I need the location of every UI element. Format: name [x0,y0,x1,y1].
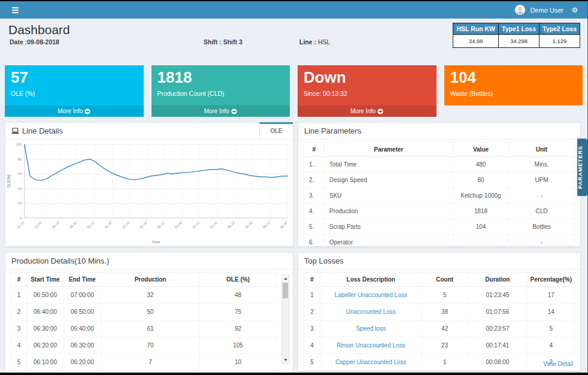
table-cell: Ketchup 1000g [453,188,509,204]
more-info-link[interactable]: More Info [151,105,290,117]
scroll-up-button[interactable] [282,275,289,282]
column-header: Parameter [325,143,453,157]
table-cell: 4 [304,337,320,354]
loss-description-link[interactable]: Rinser Unaccounted Loss [337,342,405,349]
table-cell: 07:00:00 [64,287,101,304]
svg-text:40: 40 [18,186,23,190]
table-cell: 48 [200,287,277,304]
table-cell: 06:20:00 [64,354,101,371]
laptop-icon [11,128,19,134]
table-cell: UPM [509,173,575,188]
table-row: 5.Scrap Parts104Bottles [304,219,575,235]
table-cell: 23 [422,337,468,354]
loss-description-link[interactable]: Labeller Unaccounted Loss [335,292,407,298]
kpi-value: 1818 [157,69,284,86]
hamburger-menu-icon[interactable] [0,1,23,19]
more-info-label: More Info [350,108,375,114]
table-cell: 6. [304,235,325,250]
person-icon [515,5,525,15]
user-menu[interactable]: Demo User [530,7,563,14]
ole-line-chart: 23:1023:4000:1000:4001:1001:4002:1002:40… [5,140,293,245]
column-header: End Time [64,273,101,287]
table-cell: 75 [200,304,277,320]
column-header: # [304,143,325,157]
table-scrollbar[interactable] [281,274,289,364]
table-cell: 00:23:57 [468,320,528,337]
table-row: 406:20:0006:30:0070105 [11,337,277,354]
user-avatar [515,5,525,15]
tab-ole[interactable]: OLE [259,122,293,138]
loss-description-link[interactable]: Speed loss [356,325,386,332]
table-cell: Scrap Parts [325,219,453,235]
svg-text:00:40: 00:40 [69,221,78,229]
table-cell: 480 [453,157,509,173]
svg-text:80: 80 [18,157,23,161]
table-cell[interactable]: Unaccounted Loss [320,304,422,320]
svg-text:05:40: 05:40 [244,221,253,229]
table-cell: CLD [509,204,575,219]
table-cell: 06:10:00 [27,354,64,371]
settings-gear-icon[interactable]: ⚙ [568,6,581,14]
column-header: OLE (%) [200,273,277,287]
production-details-header: Production Details(10 Mins.) [5,253,293,270]
line-parameters-title: Line Parameters [304,126,361,135]
parameters-side-tab[interactable]: PARAMETERS [577,138,587,196]
table-cell: 70 [101,337,200,354]
svg-text:00:10: 00:10 [51,221,60,229]
table-row: 506:10:0006:20:00710 [11,354,277,371]
loss-description-link[interactable]: Unaccounted Loss [346,309,396,315]
scroll-down-button[interactable] [282,356,289,364]
shift-value: Shift 3 [223,38,243,46]
scroll-thumb[interactable] [283,283,288,298]
svg-text:03:10: 03:10 [156,221,165,229]
kpi-summary-table: HSL Run KWType1 LossType2 Loss34.9834.29… [453,23,580,48]
table-cell[interactable]: Rinser Unaccounted Loss [320,337,422,354]
more-info-label: More Info [57,108,83,114]
dashboard-screen: Demo User ⚙ Dashboard Date :09-08-2018 S… [0,0,588,375]
table-cell: 1.129 [539,35,580,48]
column-header: Production [101,273,200,287]
table-cell: 06:50:00 [64,304,101,320]
production-details-title: Production Details(10 Mins.) [11,256,109,265]
svg-text:01:10: 01:10 [86,221,95,229]
svg-text:23:40: 23:40 [34,221,43,229]
table-cell: Production [325,204,453,219]
line-parameters-header: Line Parameters [298,123,580,140]
view-detail-link[interactable]: View Detail [543,361,573,367]
table-cell[interactable]: Labeller Unaccounted Loss [320,287,422,304]
table-row: 6.Operator- [304,235,575,250]
table-cell: 1 [422,354,468,371]
kpi-card-status: Down Since: 00:13:32 More Info [298,65,437,117]
more-info-link[interactable]: More Info [298,105,437,117]
kpi-value: 104 [450,69,577,86]
triangle-up-icon [284,277,287,280]
kpi-value: 57 [11,69,138,86]
more-info-link[interactable]: More Info [5,105,144,117]
page-title: Dashboard [8,23,70,37]
svg-text:20: 20 [18,201,23,205]
table-cell: 3 [304,320,320,337]
line-details-panel: Line Details OLE 23:1023:4000:1000:4001:… [5,122,293,247]
table-cell: 2. [304,173,325,188]
table-cell: 06:10:00 [64,371,101,375]
table-cell: 5 [528,320,574,337]
table-cell[interactable]: Speed loss [320,320,422,337]
table-cell: 61 [101,320,200,337]
table-cell: 80 [453,173,509,188]
kpi-label: Since: 00:13:32 [304,90,431,97]
arrow-circle-right-icon [231,108,237,114]
arrow-circle-right-icon [84,108,90,114]
kpi-cards-row: 57 OLE (%) More Info 1818 Production Cou… [5,65,583,117]
table-cell: 06:50:00 [27,287,64,304]
table-cell [453,235,509,250]
kpi-card-production: 1818 Production Count (CLD) More Info [151,65,290,117]
loss-description-link[interactable]: Capper Unaccounted Loss [335,359,406,365]
table-cell: 32 [101,287,200,304]
svg-text:Time: Time [152,240,160,244]
table-cell: Total Time [325,157,453,173]
triangle-down-icon [284,359,287,361]
table-row: 2Unaccounted Loss3801:07:5614 [304,304,575,320]
table-cell[interactable]: Capper Unaccounted Loss [320,354,422,371]
table-row: 3.SKUKetchup 1000g- [304,188,575,204]
table-cell: 34.98 [453,35,499,48]
